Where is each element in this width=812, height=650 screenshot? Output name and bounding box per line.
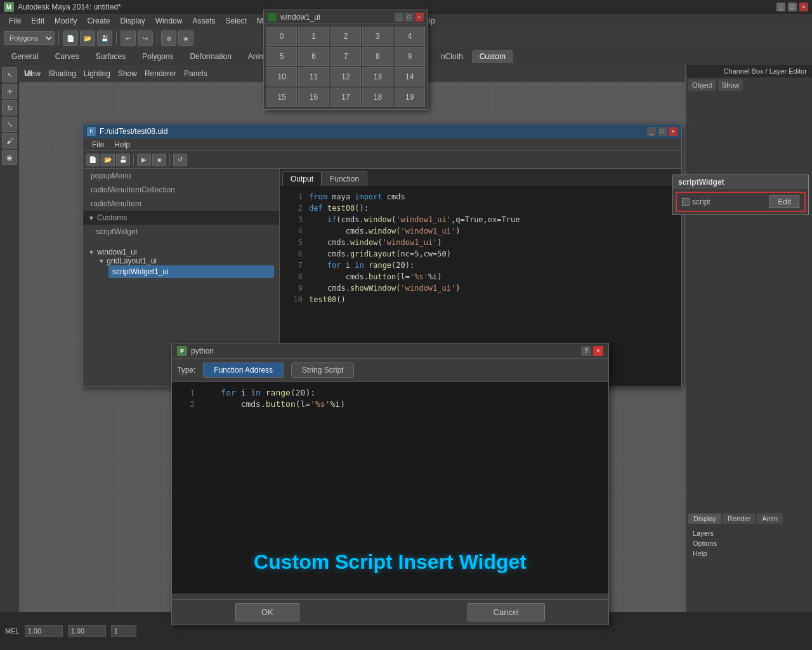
scale-tool-btn[interactable]: ⤡ <box>2 117 17 132</box>
cell-15[interactable]: 15 <box>266 88 297 107</box>
menu-modify[interactable]: Modify <box>49 15 82 27</box>
cell-10[interactable]: 10 <box>266 67 297 86</box>
panels-menu[interactable]: Panels <box>184 69 207 78</box>
show-tab[interactable]: Show <box>718 79 743 91</box>
undo-btn[interactable]: ↩ <box>121 30 136 46</box>
se-menu-help[interactable]: Help <box>109 140 135 149</box>
layers-item[interactable]: Layers <box>691 528 807 538</box>
tree-child1[interactable]: ▼ gridLayout1_ui <box>98 256 274 265</box>
lighting-menu[interactable]: Lighting <box>84 69 110 78</box>
py-close-btn[interactable]: × <box>593 346 603 356</box>
menu-file[interactable]: File <box>4 15 26 27</box>
function-address-tab[interactable]: Function Address <box>203 362 284 378</box>
cancel-button[interactable]: Cancel <box>468 603 545 621</box>
cell-13[interactable]: 13 <box>362 67 393 86</box>
se-stop-btn[interactable]: ■ <box>152 154 166 166</box>
cell-9[interactable]: 9 <box>395 47 425 66</box>
tab-custom[interactable]: Custom <box>472 50 513 63</box>
customs-section[interactable]: ▼ Customs <box>83 211 279 225</box>
radio-collection-item[interactable]: radioMenuItemCollection <box>83 183 279 197</box>
w1-close-btn[interactable]: × <box>415 13 424 22</box>
new-btn[interactable]: 📄 <box>63 30 78 46</box>
mode-dropdown[interactable]: Polygons <box>4 31 55 45</box>
open-btn[interactable]: 📂 <box>80 30 95 46</box>
maximize-button[interactable]: □ <box>788 3 797 11</box>
cell-18[interactable]: 18 <box>362 88 393 107</box>
popup-menu-item[interactable]: popupMenu <box>83 169 279 183</box>
move-tool-btn[interactable]: ✛ <box>2 84 17 99</box>
se-save-btn[interactable]: 💾 <box>116 154 130 166</box>
se-run-btn[interactable]: ▶ <box>137 154 151 166</box>
options-item[interactable]: Options <box>691 538 807 548</box>
shading-menu[interactable]: Shading <box>48 69 76 78</box>
sw-checkbox[interactable] <box>682 198 690 206</box>
string-script-tab[interactable]: String Script <box>291 362 354 378</box>
cell-7[interactable]: 7 <box>331 47 361 66</box>
cell-8[interactable]: 8 <box>362 47 393 66</box>
cell-5[interactable]: 5 <box>266 47 297 66</box>
tab-deformation[interactable]: Deformation <box>182 50 239 63</box>
cell-16[interactable]: 16 <box>298 88 329 107</box>
tab-surfaces[interactable]: Surfaces <box>88 50 133 63</box>
cell-4[interactable]: 4 <box>395 27 425 46</box>
help-item[interactable]: Help <box>691 548 807 559</box>
cell-3[interactable]: 3 <box>362 27 393 46</box>
cell-2[interactable]: 2 <box>331 27 361 46</box>
tab-curves[interactable]: Curves <box>48 50 87 63</box>
close-button[interactable]: × <box>799 3 808 11</box>
se-minimize-btn[interactable]: _ <box>647 127 656 136</box>
rotate-tool-btn[interactable]: ↻ <box>2 100 17 116</box>
ok-button[interactable]: OK <box>235 603 299 621</box>
render-tab[interactable]: Render <box>723 514 756 524</box>
save-btn[interactable]: 💾 <box>97 30 112 46</box>
w1-max-btn[interactable]: □ <box>405 13 414 22</box>
output-tab[interactable]: Output <box>282 171 322 186</box>
display-tab[interactable]: Display <box>688 514 721 524</box>
cell-1[interactable]: 1 <box>298 27 329 46</box>
cell-0[interactable]: 0 <box>266 27 297 46</box>
se-refresh-btn[interactable]: ↺ <box>173 154 187 166</box>
menu-select[interactable]: Select <box>220 15 251 27</box>
sculpt-btn[interactable]: ◉ <box>2 150 17 165</box>
select-tool-btn[interactable]: ↖ <box>2 67 17 83</box>
renderer-menu[interactable]: Renderer <box>145 69 176 78</box>
menu-window[interactable]: Window <box>150 15 188 27</box>
redo-btn[interactable]: ↪ <box>138 30 153 46</box>
menu-assets[interactable]: Assets <box>187 15 220 27</box>
radio-item[interactable]: radioMenuItem <box>83 197 279 211</box>
value3-input[interactable] <box>111 625 136 637</box>
se-maximize-btn[interactable]: □ <box>658 127 667 136</box>
snap-btn[interactable]: ⊕ <box>161 30 176 46</box>
anim-tab-item[interactable]: Anim <box>757 514 783 524</box>
se-open-btn[interactable]: 📂 <box>101 154 115 166</box>
object-tab[interactable]: Object <box>688 79 716 91</box>
tab-ncloth[interactable]: nCloth <box>433 50 471 63</box>
w1-min-btn[interactable]: _ <box>395 13 403 22</box>
minimize-button[interactable]: _ <box>776 3 785 11</box>
cell-14[interactable]: 14 <box>395 67 425 86</box>
cell-6[interactable]: 6 <box>298 47 329 66</box>
se-new-btn[interactable]: 📄 <box>86 154 100 166</box>
cell-12[interactable]: 12 <box>331 67 361 86</box>
menu-display[interactable]: Display <box>115 15 150 27</box>
tab-polygons[interactable]: Polygons <box>134 50 181 63</box>
tree-child2[interactable]: scriptWidget1_ui <box>108 265 274 278</box>
paint-tool-btn[interactable]: 🖌 <box>2 133 17 149</box>
value1-input[interactable] <box>25 625 63 637</box>
menu-edit[interactable]: Edit <box>26 15 49 27</box>
magnet-btn[interactable]: ◈ <box>178 30 193 46</box>
sw-edit-button[interactable]: Edit <box>769 196 799 208</box>
cell-11[interactable]: 11 <box>298 67 329 86</box>
script-widget-item[interactable]: scriptWidget <box>83 225 279 239</box>
show-menu[interactable]: Show <box>118 69 137 78</box>
cell-17[interactable]: 17 <box>331 88 361 107</box>
cell-19[interactable]: 19 <box>395 88 425 107</box>
tree-root[interactable]: ▼ window1_ui <box>88 248 274 256</box>
value2-input[interactable] <box>68 625 106 637</box>
menu-create[interactable]: Create <box>82 15 115 27</box>
tab-general[interactable]: General <box>4 50 46 63</box>
se-menu-file[interactable]: File <box>87 140 109 149</box>
se-close-btn[interactable]: × <box>669 127 678 136</box>
function-tab[interactable]: Function <box>322 171 367 186</box>
py-help-btn[interactable]: ? <box>581 346 591 356</box>
